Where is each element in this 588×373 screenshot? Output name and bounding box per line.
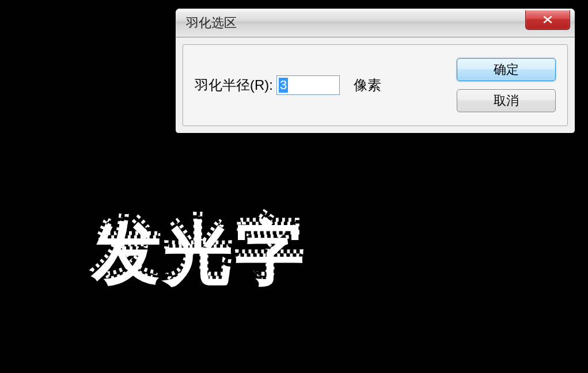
radius-label: 羽化半径(R):	[195, 76, 273, 94]
dialog-body: 羽化半径(R): 3 像素 确定 取消	[183, 44, 568, 126]
feather-selection-dialog: 羽化选区 羽化半径(R): 3 像素 确定 取消	[175, 8, 575, 134]
feather-radius-input[interactable]: 3	[276, 75, 340, 95]
dialog-title: 羽化选区	[186, 14, 237, 32]
cancel-button-label: 取消	[494, 92, 519, 109]
ok-button-label: 确定	[494, 61, 519, 78]
cancel-button[interactable]: 取消	[457, 89, 556, 112]
canvas-text: 发光字	[92, 207, 306, 301]
dialog-titlebar[interactable]: 羽化选区	[176, 9, 575, 37]
ok-button[interactable]: 确定	[457, 58, 556, 81]
canvas-text-layer: 发光字 发光字 发光字	[92, 207, 306, 301]
unit-label: 像素	[354, 76, 381, 94]
close-button[interactable]	[525, 10, 570, 30]
dialog-buttons: 确定 取消	[457, 58, 556, 112]
radius-value-selected: 3	[279, 78, 288, 93]
input-row: 羽化半径(R): 3 像素	[195, 75, 439, 95]
close-icon	[543, 13, 553, 26]
